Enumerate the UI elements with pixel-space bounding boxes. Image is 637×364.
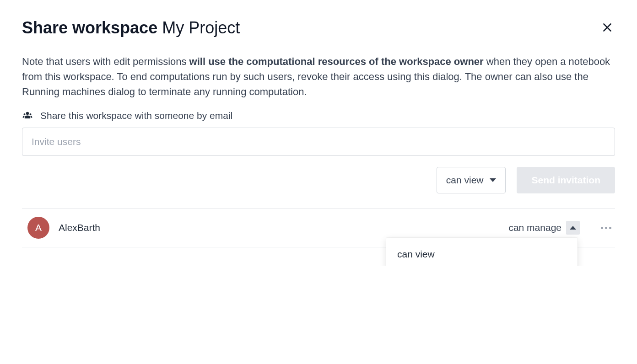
workspace-name: My Project (162, 18, 240, 37)
invite-users-input[interactable] (22, 128, 615, 156)
invite-controls: can view Send invitation (22, 167, 615, 193)
people-icon (22, 110, 33, 121)
dialog-header: Share workspace My Project (22, 18, 615, 37)
dropdown-option-can-view[interactable]: can view (386, 241, 578, 266)
svg-point-4 (30, 113, 32, 115)
close-icon (601, 21, 613, 33)
user-permission-label: can manage (508, 222, 561, 233)
more-options-button[interactable] (597, 223, 615, 233)
caret-up-icon (570, 226, 576, 230)
user-row: A AlexBarth can manage can view can edit… (22, 209, 615, 247)
permission-dropdown: can view can edit can manage (386, 238, 578, 266)
close-button[interactable] (599, 20, 615, 37)
user-permission-select[interactable]: can manage (506, 219, 583, 236)
share-label: Share this workspace with someone by ema… (40, 110, 232, 121)
send-invitation-button[interactable]: Send invitation (517, 167, 615, 193)
svg-point-2 (26, 112, 29, 115)
permissions-note: Note that users with edit permissions wi… (22, 54, 615, 99)
user-name: AlexBarth (59, 222, 506, 233)
caret-up-container (566, 221, 580, 235)
invite-permission-select[interactable]: can view (437, 167, 506, 193)
caret-down-icon (490, 178, 496, 182)
svg-point-3 (24, 113, 26, 115)
share-label-row: Share this workspace with someone by ema… (22, 110, 615, 121)
invite-permission-label: can view (446, 175, 484, 186)
title-prefix: Share workspace (22, 18, 157, 37)
dialog-title: Share workspace My Project (22, 18, 240, 37)
dots-icon (601, 227, 603, 229)
avatar: A (27, 217, 49, 239)
